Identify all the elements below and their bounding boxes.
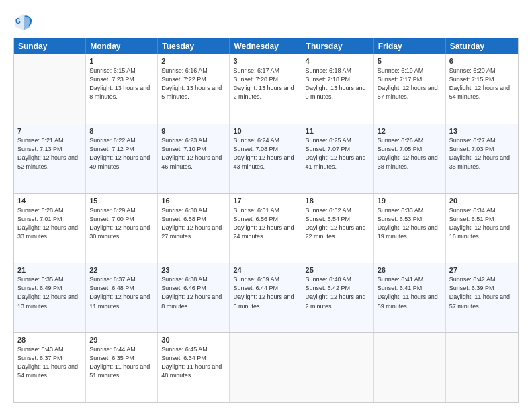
calendar-row-3: 14Sunrise: 6:28 AMSunset: 7:01 PMDayligh… [14,193,518,263]
day-info: Sunrise: 6:29 AMSunset: 7:00 PMDaylight:… [89,206,154,241]
day-info: Sunrise: 6:30 AMSunset: 6:58 PMDaylight:… [161,206,226,241]
calendar-cell: 12Sunrise: 6:26 AMSunset: 7:05 PMDayligh… [374,124,446,193]
calendar-cell: 25Sunrise: 6:40 AMSunset: 6:42 PMDayligh… [302,263,374,332]
calendar-cell: 29Sunrise: 6:44 AMSunset: 6:35 PMDayligh… [86,333,158,402]
calendar-row-2: 7Sunrise: 6:21 AMSunset: 7:13 PMDaylight… [14,124,518,193]
day-number: 14 [17,197,82,205]
calendar-cell: 30Sunrise: 6:45 AMSunset: 6:34 PMDayligh… [158,333,230,402]
day-info: Sunrise: 6:37 AMSunset: 6:48 PMDaylight:… [89,275,154,310]
day-info: Sunrise: 6:44 AMSunset: 6:35 PMDaylight:… [89,345,154,380]
day-number: 23 [161,266,226,274]
calendar-cell: 9Sunrise: 6:23 AMSunset: 7:10 PMDaylight… [158,124,230,193]
calendar-cell: 15Sunrise: 6:29 AMSunset: 7:00 PMDayligh… [86,194,158,263]
day-info: Sunrise: 6:32 AMSunset: 6:54 PMDaylight:… [306,206,370,241]
day-number: 25 [306,266,370,274]
header-cell-tuesday: Tuesday [158,38,230,54]
day-number: 10 [233,127,298,135]
calendar-cell: 8Sunrise: 6:22 AMSunset: 7:12 PMDaylight… [86,124,158,193]
day-number: 13 [449,127,515,135]
day-number: 7 [17,127,82,135]
calendar-row-4: 21Sunrise: 6:35 AMSunset: 6:49 PMDayligh… [14,263,518,332]
day-number: 5 [378,57,442,65]
header: G [13,12,519,31]
day-info: Sunrise: 6:39 AMSunset: 6:44 PMDaylight:… [233,275,298,310]
calendar-cell: 19Sunrise: 6:33 AMSunset: 6:53 PMDayligh… [374,194,446,263]
day-number: 9 [161,127,226,135]
calendar-cell: 17Sunrise: 6:31 AMSunset: 6:56 PMDayligh… [230,194,302,263]
calendar-body: 1Sunrise: 6:15 AMSunset: 7:23 PMDaylight… [14,54,518,402]
day-info: Sunrise: 6:22 AMSunset: 7:12 PMDaylight:… [89,136,154,171]
day-number: 16 [161,197,226,205]
day-info: Sunrise: 6:18 AMSunset: 7:18 PMDaylight:… [306,66,370,101]
page: G SundayMondayTuesdayWednesdayThursdayFr… [0,0,532,411]
day-info: Sunrise: 6:28 AMSunset: 7:01 PMDaylight:… [17,206,82,241]
day-number: 18 [306,197,370,205]
calendar-cell [446,333,518,402]
svg-text:G: G [15,17,21,25]
calendar-cell: 13Sunrise: 6:27 AMSunset: 7:03 PMDayligh… [446,124,518,193]
day-info: Sunrise: 6:35 AMSunset: 6:49 PMDaylight:… [17,275,82,310]
day-info: Sunrise: 6:42 AMSunset: 6:39 PMDaylight:… [449,275,515,310]
day-info: Sunrise: 6:45 AMSunset: 6:34 PMDaylight:… [161,345,226,380]
day-number: 3 [233,57,298,65]
day-number: 17 [233,197,298,205]
day-info: Sunrise: 6:21 AMSunset: 7:13 PMDaylight:… [17,136,82,171]
header-cell-monday: Monday [86,38,158,54]
day-info: Sunrise: 6:16 AMSunset: 7:22 PMDaylight:… [161,66,226,101]
day-info: Sunrise: 6:38 AMSunset: 6:46 PMDaylight:… [161,275,226,310]
header-cell-thursday: Thursday [302,38,374,54]
calendar: SundayMondayTuesdayWednesdayThursdayFrid… [13,38,519,403]
calendar-cell: 7Sunrise: 6:21 AMSunset: 7:13 PMDaylight… [14,124,86,193]
day-info: Sunrise: 6:24 AMSunset: 7:08 PMDaylight:… [233,136,298,171]
calendar-cell: 22Sunrise: 6:37 AMSunset: 6:48 PMDayligh… [86,263,158,332]
day-number: 26 [378,266,442,274]
calendar-cell: 11Sunrise: 6:25 AMSunset: 7:07 PMDayligh… [302,124,374,193]
calendar-cell: 20Sunrise: 6:34 AMSunset: 6:51 PMDayligh… [446,194,518,263]
calendar-cell: 23Sunrise: 6:38 AMSunset: 6:46 PMDayligh… [158,263,230,332]
calendar-cell [374,333,446,402]
logo-icon: G [13,12,32,31]
day-number: 27 [449,266,515,274]
day-number: 1 [89,57,154,65]
header-cell-saturday: Saturday [446,38,518,54]
day-info: Sunrise: 6:25 AMSunset: 7:07 PMDaylight:… [306,136,370,171]
calendar-cell: 28Sunrise: 6:43 AMSunset: 6:37 PMDayligh… [14,333,86,402]
day-info: Sunrise: 6:41 AMSunset: 6:41 PMDaylight:… [378,275,442,310]
calendar-cell: 26Sunrise: 6:41 AMSunset: 6:41 PMDayligh… [374,263,446,332]
calendar-cell: 18Sunrise: 6:32 AMSunset: 6:54 PMDayligh… [302,194,374,263]
day-number: 21 [17,266,82,274]
calendar-cell: 3Sunrise: 6:17 AMSunset: 7:20 PMDaylight… [230,54,302,124]
day-info: Sunrise: 6:40 AMSunset: 6:42 PMDaylight:… [306,275,370,310]
day-number: 28 [17,336,82,344]
day-number: 6 [449,57,515,65]
day-info: Sunrise: 6:34 AMSunset: 6:51 PMDaylight:… [449,206,515,241]
logo: G [13,12,35,31]
calendar-cell [302,333,374,402]
day-info: Sunrise: 6:19 AMSunset: 7:17 PMDaylight:… [378,66,442,101]
calendar-cell [230,333,302,402]
calendar-row-5: 28Sunrise: 6:43 AMSunset: 6:37 PMDayligh… [14,332,518,402]
day-info: Sunrise: 6:20 AMSunset: 7:15 PMDaylight:… [449,66,515,101]
header-cell-sunday: Sunday [14,38,86,54]
calendar-row-1: 1Sunrise: 6:15 AMSunset: 7:23 PMDaylight… [14,54,518,124]
calendar-cell: 10Sunrise: 6:24 AMSunset: 7:08 PMDayligh… [230,124,302,193]
day-info: Sunrise: 6:43 AMSunset: 6:37 PMDaylight:… [17,345,82,380]
day-number: 20 [449,197,515,205]
calendar-cell: 16Sunrise: 6:30 AMSunset: 6:58 PMDayligh… [158,194,230,263]
day-number: 19 [378,197,442,205]
day-info: Sunrise: 6:15 AMSunset: 7:23 PMDaylight:… [89,66,154,101]
calendar-cell: 21Sunrise: 6:35 AMSunset: 6:49 PMDayligh… [14,263,86,332]
svg-marker-1 [24,15,32,30]
day-number: 30 [161,336,226,344]
header-cell-friday: Friday [374,38,446,54]
calendar-cell [14,54,86,124]
day-number: 8 [89,127,154,135]
calendar-header: SundayMondayTuesdayWednesdayThursdayFrid… [14,38,518,54]
day-number: 11 [306,127,370,135]
calendar-cell: 5Sunrise: 6:19 AMSunset: 7:17 PMDaylight… [374,54,446,124]
day-number: 12 [378,127,442,135]
day-info: Sunrise: 6:27 AMSunset: 7:03 PMDaylight:… [449,136,515,171]
calendar-cell: 6Sunrise: 6:20 AMSunset: 7:15 PMDaylight… [446,54,518,124]
day-number: 4 [306,57,370,65]
day-info: Sunrise: 6:33 AMSunset: 6:53 PMDaylight:… [378,206,442,241]
